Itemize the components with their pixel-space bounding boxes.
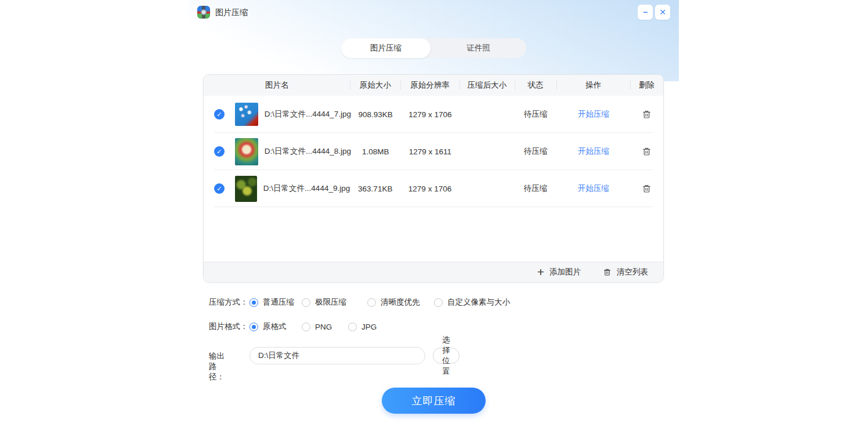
file-name: D:\日常文件...4444_9.jpg xyxy=(263,183,350,194)
thumbnail xyxy=(235,176,257,202)
clear-list-button[interactable]: 清空列表 xyxy=(603,267,648,277)
header-compressed-size: 压缩后大小 xyxy=(460,75,515,96)
compress-now-button[interactable]: 立即压缩 xyxy=(382,388,486,414)
trash-icon xyxy=(603,267,612,277)
radio-custom-pixel-size[interactable]: 自定义像素与大小 xyxy=(434,296,510,308)
titlebar: 图片压缩 − ✕ xyxy=(189,0,679,24)
compress-now-label: 立即压缩 xyxy=(412,394,456,408)
radio-label: JPG xyxy=(361,323,377,331)
radio-icon xyxy=(367,298,376,307)
row-checkbox[interactable]: ✓ xyxy=(214,109,225,120)
clear-list-label: 清空列表 xyxy=(617,267,648,277)
radio-original-format[interactable]: 原格式 xyxy=(249,321,287,332)
compress-mode-row: 压缩方式： 普通压缩 极限压缩 清晰度优先 自定义像素与大小 xyxy=(209,296,661,308)
radio-label: 普通压缩 xyxy=(263,297,294,308)
header-original-size: 原始大小 xyxy=(350,75,400,96)
tab-bar: 图片压缩 证件照 xyxy=(341,38,526,58)
file-resolution: 1279 x 1706 xyxy=(401,110,460,119)
radio-label: 极限压缩 xyxy=(315,297,346,308)
choose-location-label: 选择位置 xyxy=(442,335,450,377)
table-header-row: 图片名 原始大小 原始分辨率 压缩后大小 状态 操作 删除 xyxy=(204,75,663,96)
window-title: 图片压缩 xyxy=(215,8,248,18)
radio-label: 自定义像素与大小 xyxy=(447,297,510,308)
header-image-name: 图片名 xyxy=(204,75,350,96)
file-size: 1.08MB xyxy=(350,147,401,156)
close-icon: ✕ xyxy=(659,8,666,17)
row-checkbox[interactable]: ✓ xyxy=(214,146,225,157)
app-window: 图片压缩 − ✕ 图片压缩 证件照 图片名 原始大小 原始分辨率 压缩后大小 状… xyxy=(189,0,679,434)
format-label: 图片格式： xyxy=(209,321,248,332)
check-icon: ✓ xyxy=(216,111,222,118)
close-button[interactable]: ✕ xyxy=(655,5,670,20)
output-path-label: 输出路径： xyxy=(209,351,225,382)
radio-normal-compression[interactable]: 普通压缩 xyxy=(249,296,294,308)
start-compress-link[interactable]: 开始压缩 xyxy=(578,109,609,120)
table-footer: + 添加图片 清空列表 xyxy=(204,262,663,282)
status-text: 待压缩 xyxy=(515,109,557,120)
tab-image-compress[interactable]: 图片压缩 xyxy=(341,38,431,58)
status-text: 待压缩 xyxy=(515,146,557,157)
radio-label: 清晰度优先 xyxy=(381,297,420,308)
delete-row-icon[interactable] xyxy=(642,109,652,120)
radio-icon xyxy=(348,323,357,331)
status-text: 待压缩 xyxy=(515,183,557,194)
delete-row-icon[interactable] xyxy=(642,183,652,194)
start-compress-link[interactable]: 开始压缩 xyxy=(578,146,609,157)
radio-icon xyxy=(434,298,443,307)
check-icon: ✓ xyxy=(216,148,222,155)
file-resolution: 1279 x 1706 xyxy=(400,185,460,193)
desktop-background: 图片压缩 − ✕ 图片压缩 证件照 图片名 原始大小 原始分辨率 压缩后大小 状… xyxy=(0,0,868,434)
file-table: 图片名 原始大小 原始分辨率 压缩后大小 状态 操作 删除 ✓ D:\日常文件.… xyxy=(203,74,664,283)
table-row: ✓ D:\日常文件...4444_9.jpg 363.71KB 1279 x 1… xyxy=(204,170,663,207)
app-logo-icon xyxy=(197,6,210,19)
header-status: 状态 xyxy=(515,75,557,96)
table-row: ✓ D:\日常文件...4444_8.jpg 1.08MB 1279 x 161… xyxy=(204,133,663,170)
start-compress-link[interactable]: 开始压缩 xyxy=(578,183,609,194)
delete-row-icon[interactable] xyxy=(642,146,652,157)
header-original-resolution: 原始分辨率 xyxy=(400,75,460,96)
format-row: 图片格式： 原格式 PNG JPG xyxy=(209,321,661,332)
header-action: 操作 xyxy=(556,75,630,96)
radio-clarity-priority[interactable]: 清晰度优先 xyxy=(367,296,420,308)
add-image-label: 添加图片 xyxy=(549,267,581,277)
radio-icon xyxy=(302,298,310,307)
file-resolution: 1279 x 1611 xyxy=(401,147,460,156)
compress-mode-label: 压缩方式： xyxy=(209,296,248,308)
output-path-input[interactable] xyxy=(249,347,425,364)
thumbnail xyxy=(235,103,258,126)
add-image-button[interactable]: + 添加图片 xyxy=(537,267,581,278)
file-size: 908.93KB xyxy=(350,110,401,119)
table-row: ✓ D:\日常文件...4444_7.jpg 908.93KB 1279 x 1… xyxy=(204,96,663,133)
radio-label: PNG xyxy=(315,323,332,331)
row-checkbox[interactable]: ✓ xyxy=(214,183,225,194)
radio-label: 原格式 xyxy=(263,321,287,332)
tab-id-photo[interactable]: 证件照 xyxy=(431,38,526,58)
radio-selected-icon xyxy=(249,298,258,307)
plus-icon: + xyxy=(537,266,544,278)
minimize-icon: − xyxy=(643,8,648,17)
file-name: D:\日常文件...4444_8.jpg xyxy=(265,146,351,157)
file-name: D:\日常文件...4444_7.jpg xyxy=(265,109,351,120)
minimize-button[interactable]: − xyxy=(638,5,653,20)
radio-png[interactable]: PNG xyxy=(302,321,332,332)
thumbnail xyxy=(235,138,258,165)
header-delete: 删除 xyxy=(630,75,663,96)
check-icon: ✓ xyxy=(216,185,222,193)
radio-extreme-compression[interactable]: 极限压缩 xyxy=(302,296,346,308)
radio-selected-icon xyxy=(249,323,258,331)
window-controls: − ✕ xyxy=(638,5,670,20)
radio-jpg[interactable]: JPG xyxy=(348,321,377,332)
file-size: 363.71KB xyxy=(350,185,400,193)
choose-location-button[interactable]: 选择位置 xyxy=(433,348,460,364)
radio-icon xyxy=(302,323,310,331)
